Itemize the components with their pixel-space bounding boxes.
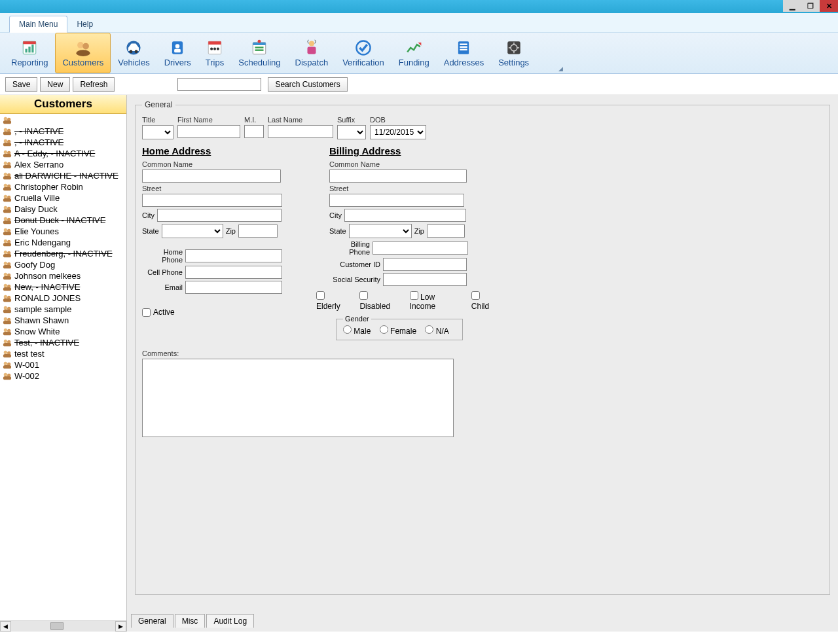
ribbon-label: Settings: [498, 58, 529, 67]
home-zip-input[interactable]: [238, 224, 278, 238]
first-name-input[interactable]: [177, 125, 240, 138]
ribbon-reporting[interactable]: Reporting: [4, 33, 55, 73]
home-street-input[interactable]: [142, 194, 282, 207]
general-fieldset: General Title First Name M.I. Last Name …: [135, 100, 830, 595]
list-item[interactable]: [0, 114, 126, 126]
child-check[interactable]: Child: [471, 291, 500, 311]
gender-na[interactable]: N/A: [425, 327, 448, 336]
list-item[interactable]: , - INACTIVE: [0, 126, 126, 137]
list-item[interactable]: Freudenberg, - INACTIVE: [0, 248, 126, 259]
ribbon-label: Addresses: [444, 58, 484, 67]
refresh-button[interactable]: Refresh: [73, 77, 115, 92]
menu-main[interactable]: Main Menu: [9, 16, 67, 33]
list-item[interactable]: RONALD JONES: [0, 293, 126, 304]
bill-state-select[interactable]: [349, 224, 412, 238]
mi-input[interactable]: [244, 125, 264, 138]
scroll-thumb[interactable]: [50, 622, 64, 630]
list-item[interactable]: Eric Ndengang: [0, 237, 126, 248]
close-button[interactable]: ✕: [820, 0, 838, 12]
ribbon-funding[interactable]: Funding: [392, 33, 437, 73]
bill-city-input[interactable]: [344, 209, 466, 222]
dob-input[interactable]: 11/20/2015: [370, 125, 426, 139]
svg-rect-29: [460, 43, 467, 45]
list-item[interactable]: Alex Serrano: [0, 159, 126, 170]
list-item[interactable]: Donut Duck - INACTIVE: [0, 215, 126, 226]
maximize-button[interactable]: ❐: [801, 0, 820, 12]
home-phone-input[interactable]: [185, 249, 282, 262]
ribbon-vehicles[interactable]: Vehicles: [111, 33, 156, 73]
tab-misc[interactable]: Misc: [175, 614, 206, 628]
list-item[interactable]: W-001: [0, 359, 126, 370]
save-button[interactable]: Save: [5, 77, 37, 92]
list-item[interactable]: Christopher Robin: [0, 181, 126, 192]
list-item[interactable]: sample sample: [0, 304, 126, 315]
suffix-select[interactable]: [337, 125, 366, 139]
menu-help[interactable]: Help: [67, 16, 102, 32]
list-item[interactable]: , - INACTIVE: [0, 137, 126, 148]
ribbon-scheduling[interactable]: Scheduling: [231, 33, 287, 73]
home-state-select[interactable]: [162, 224, 223, 238]
svg-rect-25: [307, 46, 316, 54]
list-item[interactable]: Goofy Dog: [0, 259, 126, 270]
svg-point-56: [4, 183, 7, 187]
people-icon: [3, 361, 12, 370]
elderly-check[interactable]: Elderly: [316, 291, 350, 311]
gender-male[interactable]: Male: [343, 327, 371, 336]
low-income-check[interactable]: Low Income: [410, 291, 462, 311]
svg-rect-52: [3, 165, 11, 168]
suffix-label: Suffix: [337, 116, 366, 124]
list-item[interactable]: Elie Younes: [0, 226, 126, 237]
people-icon: [3, 305, 12, 314]
search-input[interactable]: [177, 78, 261, 91]
list-item[interactable]: Shawn Shawn: [0, 315, 126, 326]
home-city-input[interactable]: [157, 209, 282, 222]
ribbon-trips[interactable]: Trips: [198, 33, 231, 73]
home-common-input[interactable]: [142, 170, 281, 183]
list-item[interactable]: test test: [0, 348, 126, 359]
search-customers-button[interactable]: Search Customers: [268, 77, 347, 92]
bill-phone-input[interactable]: [373, 241, 468, 255]
active-checkbox[interactable]: [142, 308, 151, 317]
svg-point-50: [4, 161, 7, 164]
list-item[interactable]: Daisy Duck: [0, 204, 126, 215]
title-select[interactable]: [142, 125, 173, 139]
customer-list: , - INACTIVE, - INACTIVEA - Eddy, - INAC…: [0, 114, 126, 620]
list-item[interactable]: Snow White: [0, 326, 126, 337]
ribbon-customers[interactable]: Customers: [55, 33, 111, 73]
ribbon-settings[interactable]: Settings: [491, 33, 536, 73]
ribbon-dispatch[interactable]: Dispatch: [288, 33, 336, 73]
new-button[interactable]: New: [40, 77, 70, 92]
tab-audit-log[interactable]: Audit Log: [206, 614, 254, 628]
comments-textarea[interactable]: [142, 359, 454, 437]
ribbon-drivers[interactable]: Drivers: [157, 33, 198, 73]
list-item[interactable]: Cruella Ville: [0, 192, 126, 204]
list-item[interactable]: Johnson melkees: [0, 270, 126, 281]
ribbon-expand-icon[interactable]: ◢: [558, 65, 563, 72]
scroll-left-button[interactable]: ◀: [0, 621, 11, 632]
gender-female[interactable]: Female: [380, 327, 416, 336]
ribbon-addresses[interactable]: Addresses: [437, 33, 491, 73]
cell-phone-input[interactable]: [185, 266, 282, 279]
scroll-right-button[interactable]: ▶: [115, 621, 126, 632]
list-item[interactable]: W-002: [0, 370, 126, 382]
ribbon-verification[interactable]: Verification: [335, 33, 392, 73]
last-name-input[interactable]: [268, 125, 333, 138]
bill-street-input[interactable]: [329, 194, 464, 207]
cust-id-input[interactable]: [383, 258, 467, 271]
minimize-button[interactable]: ▁: [783, 0, 801, 12]
bill-common-input[interactable]: [329, 170, 467, 183]
svg-point-92: [4, 317, 7, 320]
list-item[interactable]: A - Eddy, - INACTIVE: [0, 148, 126, 159]
tab-general[interactable]: General: [131, 614, 173, 628]
people-icon: [3, 338, 12, 348]
disabled-check[interactable]: Disabled: [359, 291, 400, 311]
ssn-input[interactable]: [383, 273, 467, 286]
home-street-label: Street: [142, 185, 306, 192]
svg-rect-40: [3, 120, 11, 124]
list-item[interactable]: ali DARWICHE - INACTIVE: [0, 170, 126, 181]
scroll-track[interactable]: [11, 621, 115, 632]
email-input[interactable]: [185, 281, 282, 294]
list-item[interactable]: New, - INACTIVE: [0, 281, 126, 293]
bill-zip-input[interactable]: [427, 224, 465, 238]
list-item[interactable]: Test, - INACTIVE: [0, 337, 126, 348]
